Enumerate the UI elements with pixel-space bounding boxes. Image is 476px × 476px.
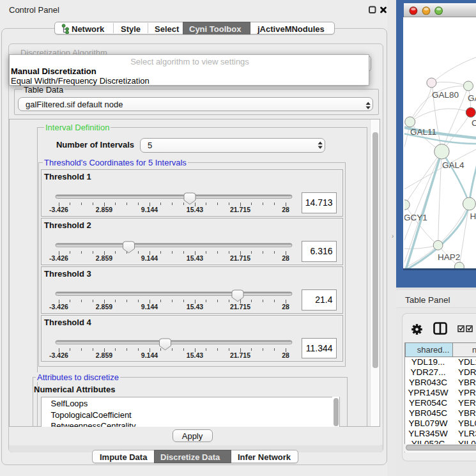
svg-text:GAL11: GAL11 xyxy=(410,127,436,137)
svg-text:GAL4: GAL4 xyxy=(442,160,464,170)
svg-text:GA: GA xyxy=(468,93,476,103)
svg-text:C: C xyxy=(472,118,476,128)
svg-text:GCY1: GCY1 xyxy=(404,213,427,222)
svg-text:HAP2: HAP2 xyxy=(438,252,460,262)
svg-text:GAL80: GAL80 xyxy=(432,90,459,100)
svg-text:H: H xyxy=(470,211,476,221)
